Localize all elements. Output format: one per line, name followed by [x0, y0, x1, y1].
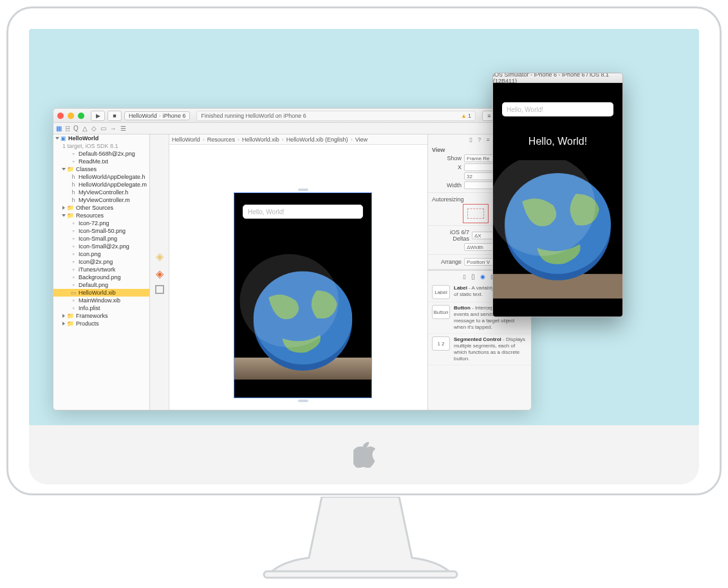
- ib-textfield-placeholder: Hello, World!: [248, 208, 285, 216]
- project-navigator[interactable]: ▣ HelloWorld 1 target, iOS SDK 8.1 ▫Defa…: [53, 134, 150, 410]
- document-outline-gutter: ◈ ◈: [150, 134, 169, 410]
- ib-textfield[interactable]: Hello, World!: [243, 205, 363, 219]
- project-name: HelloWorld: [68, 135, 98, 142]
- nav-folder-products[interactable]: 📁Products: [53, 320, 149, 327]
- apple-logo-icon: [353, 442, 375, 468]
- imac-chin: [29, 425, 699, 484]
- breadcrumb-item[interactable]: HelloWorld.xib: [242, 136, 279, 143]
- nav-file[interactable]: ▫Default-568h@2x.png: [53, 150, 149, 158]
- project-subtitle: 1 target, iOS SDK 8.1: [53, 142, 149, 150]
- nav-folder-other[interactable]: 📁Other Sources: [53, 204, 149, 212]
- status-text: Finished running HelloWorld on iPhone 6: [201, 113, 306, 119]
- show-label: Show: [432, 155, 462, 161]
- nav-report-icon[interactable]: ☰: [120, 125, 126, 132]
- scheme-project-label: HelloWorld: [129, 113, 157, 119]
- scheme-device-label: iPhone 6: [163, 113, 186, 119]
- library-item-desc: Segmented Control - Displays multiple se…: [454, 336, 527, 362]
- svg-point-5: [240, 254, 339, 347]
- nav-file[interactable]: ▫Icon@2x.png: [53, 258, 149, 266]
- sim-background-image: [493, 160, 622, 299]
- warning-icon: ▲: [461, 113, 467, 119]
- nav-file[interactable]: ▫Icon-72.png: [53, 219, 149, 227]
- xcode-titlebar[interactable]: ▶ ■ HelloWorld › iPhone 6 Finished runni…: [53, 109, 531, 123]
- ib-background-image: [234, 251, 371, 380]
- nav-file[interactable]: ▫Icon.png: [53, 250, 149, 258]
- warning-count: 1: [468, 113, 471, 119]
- sim-textfield[interactable]: Hello, World!: [502, 102, 613, 116]
- nav-file[interactable]: ▫ReadMe.txt: [53, 158, 149, 165]
- navigator-tab-bar: ▦ ⌸ Q △ ◇ ▭ → ☰ ▤ | ‹ ›: [53, 123, 531, 134]
- nav-file[interactable]: hMyViewController.m: [53, 196, 149, 204]
- nav-folder-resources[interactable]: 📁Resources: [53, 212, 149, 219]
- nav-file[interactable]: ▫Icon-Small.png: [53, 235, 149, 243]
- file-template-icon[interactable]: ▯: [463, 273, 466, 280]
- nav-file[interactable]: ▫Icon-Small@2x.png: [53, 243, 149, 250]
- zoom-icon[interactable]: [78, 113, 84, 119]
- identity-inspector-icon[interactable]: ≡: [486, 136, 489, 143]
- ib-root-view[interactable]: Hello, World!: [234, 192, 372, 398]
- view-square-icon[interactable]: [155, 285, 164, 294]
- nav-file[interactable]: ▫iTunesArtwork: [53, 266, 149, 273]
- xcode-proj-icon: ▣: [61, 135, 66, 142]
- deltas-label: iOS 6/7 Deltas: [432, 229, 469, 242]
- jump-bar[interactable]: HelloWorld›Resources›HelloWorld.xib›Hell…: [150, 134, 427, 145]
- nav-symbol-icon[interactable]: ⌸: [66, 125, 70, 132]
- file-inspector-icon[interactable]: ▯: [469, 136, 472, 143]
- breadcrumb-item[interactable]: HelloWorld: [172, 136, 200, 143]
- close-icon[interactable]: [57, 113, 64, 119]
- sim-textfield-placeholder: Hello, World!: [507, 106, 543, 113]
- minimize-icon[interactable]: [68, 113, 74, 119]
- autoresizing-label: Autoresizing: [432, 196, 462, 203]
- nav-file[interactable]: ▫Info.plist: [53, 304, 149, 312]
- breadcrumb-item[interactable]: HelloWorld.xib (English): [286, 136, 348, 143]
- breadcrumb-item[interactable]: View: [355, 136, 368, 143]
- xcode-window: ▶ ■ HelloWorld › iPhone 6 Finished runni…: [53, 108, 532, 410]
- imac-screen: ▶ ■ HelloWorld › iPhone 6 Finished runni…: [29, 29, 699, 426]
- object-library-icon[interactable]: ◉: [480, 273, 485, 280]
- svg-rect-11: [264, 571, 457, 578]
- ios-simulator-window[interactable]: iOS Simulator - iPhone 6 - iPhone 6 / iO…: [492, 73, 623, 317]
- nav-file[interactable]: ▫Background.png: [53, 273, 149, 281]
- nav-file[interactable]: hMyViewController.h: [53, 188, 149, 196]
- nav-file-selected[interactable]: ▭HelloWorld.xib: [53, 289, 149, 297]
- placeholder-cube-icon[interactable]: ◈: [156, 250, 163, 262]
- warning-badge[interactable]: ▲ 1: [461, 113, 471, 119]
- nav-project-icon[interactable]: ▦: [56, 125, 62, 132]
- quick-help-icon[interactable]: ?: [478, 136, 481, 143]
- simulator-screen[interactable]: Hello, World! Hello, World!: [493, 83, 622, 317]
- library-item-thumb: 1 2: [432, 336, 450, 351]
- x-label: X: [432, 164, 462, 170]
- arrange-label: Arrange: [432, 259, 462, 265]
- library-item-thumb: Label: [432, 285, 450, 299]
- nav-folder-classes[interactable]: 📁Classes: [53, 165, 149, 173]
- nav-find-icon[interactable]: Q: [73, 125, 79, 132]
- nav-debug-icon[interactable]: ▭: [100, 125, 106, 132]
- run-button[interactable]: ▶: [91, 111, 105, 121]
- scheme-selector[interactable]: HelloWorld › iPhone 6: [124, 111, 190, 120]
- width-label: Width: [432, 182, 462, 188]
- autoresizing-control[interactable]: [463, 204, 489, 223]
- nav-file[interactable]: hHelloWorldAppDelegate.m: [53, 181, 149, 188]
- nav-folder-frameworks[interactable]: 📁Frameworks: [53, 312, 149, 320]
- library-item[interactable]: 1 2 Segmented Control - Displays multipl…: [428, 334, 531, 365]
- simulator-titlebar[interactable]: iOS Simulator - iPhone 6 - iPhone 6 / iO…: [493, 73, 622, 83]
- stop-button[interactable]: ■: [107, 111, 122, 121]
- code-snippet-icon[interactable]: {}: [471, 273, 475, 280]
- nav-test-icon[interactable]: ◇: [91, 125, 97, 132]
- nav-issue-icon[interactable]: △: [82, 125, 88, 132]
- interface-builder-canvas[interactable]: HelloWorld›Resources›HelloWorld.xib›Hell…: [150, 134, 428, 410]
- nav-breakpoint-icon[interactable]: →: [110, 125, 117, 132]
- library-item-thumb: Button: [432, 305, 450, 319]
- sim-hello-label: Hello, World!: [493, 136, 622, 147]
- nav-file[interactable]: ▫MainWindow.xib: [53, 297, 149, 304]
- imac-frame: ▶ ■ HelloWorld › iPhone 6 Finished runni…: [6, 6, 722, 495]
- nav-file[interactable]: ▫Icon-Small-50.png: [53, 227, 149, 235]
- project-root[interactable]: ▣ HelloWorld: [53, 134, 149, 142]
- activity-status: Finished running HelloWorld on iPhone 6 …: [196, 111, 476, 121]
- file-owner-cube-icon[interactable]: ◈: [156, 268, 163, 280]
- nav-file[interactable]: ▫Default.png: [53, 281, 149, 289]
- imac-stand: [245, 497, 476, 580]
- nav-file[interactable]: hHelloWorldAppDelegate.h: [53, 173, 149, 181]
- breadcrumb-item[interactable]: Resources: [207, 136, 235, 143]
